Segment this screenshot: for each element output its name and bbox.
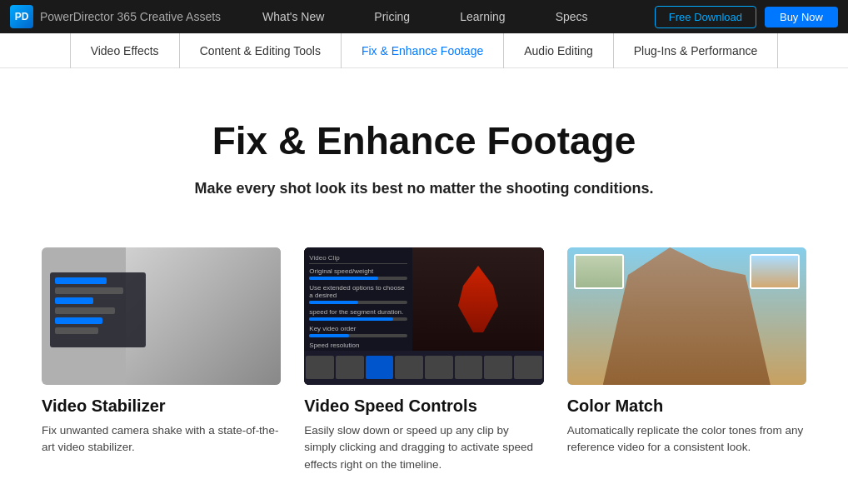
ref-box-left-inner [576, 256, 622, 287]
speed-ui-row1: Original speed/weight [309, 267, 407, 280]
nav-item-whats-new[interactable]: What's New [237, 0, 349, 33]
card-image-stabilizer [42, 247, 281, 385]
nav-item-specs[interactable]: Specs [531, 0, 613, 33]
brand-logo-icon: PD [10, 5, 33, 28]
card-image-color [567, 247, 806, 385]
sec-nav-fix-enhance[interactable]: Fix & Enhance Footage [342, 33, 504, 68]
timeline-thumb-8 [514, 356, 542, 379]
free-download-button[interactable]: Free Download [655, 6, 756, 28]
reference-box-right [750, 254, 800, 289]
nav-items-group: What's New Pricing Learning Specs [237, 0, 655, 33]
brand-logo-area[interactable]: PD PowerDirector 365 Creative Assets [10, 5, 221, 28]
sec-nav-audio-editing[interactable]: Audio Editing [504, 33, 614, 68]
sec-nav-content-editing[interactable]: Content & Editing Tools [180, 33, 342, 68]
stabilizer-ui-panel [50, 272, 146, 347]
sec-nav-video-effects[interactable]: Video Effects [70, 33, 180, 68]
card-title-stabilizer: Video Stabilizer [42, 397, 281, 416]
timeline-thumb-6 [455, 356, 483, 379]
timeline-thumb-3 [366, 356, 394, 379]
skater-shape [453, 266, 503, 332]
timeline-thumb-2 [336, 356, 364, 379]
logo-text: PD [15, 11, 29, 22]
speed-ui-row2: Use extended options to choose a desired [309, 284, 407, 304]
speed-ui-title: Video Clip [309, 254, 407, 264]
hero-section: Fix & Enhance Footage Make every shot lo… [0, 68, 848, 231]
secondary-navigation: Video Effects Content & Editing Tools Fi… [0, 33, 848, 68]
nav-actions: Free Download Buy Now [655, 6, 838, 28]
hero-title: Fix & Enhance Footage [17, 118, 831, 163]
top-navigation: PD PowerDirector 365 Creative Assets Wha… [0, 0, 848, 33]
timeline-thumb-4 [395, 356, 423, 379]
timeline-thumb-7 [484, 356, 512, 379]
speed-ui-row4: Key video order [309, 325, 407, 337]
ui-row-3 [55, 297, 93, 304]
ui-row-4 [55, 307, 115, 314]
nav-item-pricing[interactable]: Pricing [349, 0, 435, 33]
buy-now-button[interactable]: Buy Now [765, 7, 838, 27]
nav-item-learning[interactable]: Learning [435, 0, 531, 33]
ui-row-6 [55, 327, 98, 334]
card-desc-speed: Easily slow down or speed up any clip by… [304, 422, 543, 473]
card-video-stabilizer: Video Stabilizer Fix unwanted camera sha… [42, 247, 281, 473]
speed-video-preview [412, 247, 543, 351]
speed-ui-row3: speed for the segment duration. [309, 308, 407, 321]
hero-subtitle: Make every shot look its best no matter … [17, 180, 831, 197]
ui-row-2 [55, 287, 123, 294]
ui-row-5 [55, 317, 102, 324]
ref-box-right-inner [751, 256, 798, 287]
timeline-thumb-1 [306, 356, 334, 379]
ui-row-1 [55, 277, 107, 284]
timeline-thumb-5 [425, 356, 453, 379]
card-desc-stabilizer: Fix unwanted camera shake with a state-o… [42, 422, 281, 457]
card-image-speed: Video Clip Original speed/weight Use ext… [304, 247, 543, 385]
card-desc-color: Automatically replicate the color tones … [567, 422, 806, 457]
sec-nav-plugins[interactable]: Plug-Ins & Performance [614, 33, 779, 68]
feature-cards-section: Video Stabilizer Fix unwanted camera sha… [0, 231, 848, 504]
brand-name: PowerDirector 365 Creative Assets [40, 10, 221, 23]
card-title-speed: Video Speed Controls [304, 397, 543, 416]
card-title-color: Color Match [567, 397, 806, 416]
card-color-match: Color Match Automatically replicate the … [567, 247, 806, 473]
cyclist-image [126, 247, 282, 385]
card-video-speed: Video Clip Original speed/weight Use ext… [304, 247, 543, 473]
reference-box-left [574, 254, 624, 289]
speed-timeline [304, 351, 543, 385]
